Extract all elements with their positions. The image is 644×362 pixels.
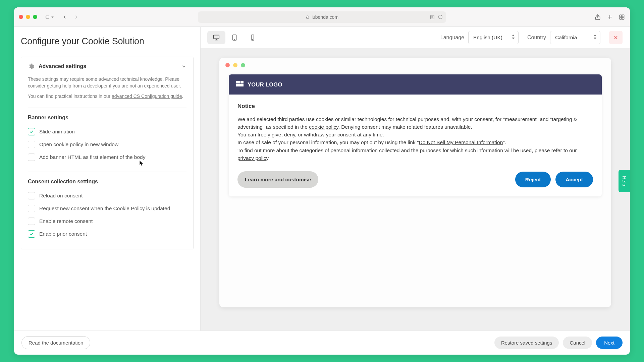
option-label: Request new consent when the Cookie Poli… xyxy=(39,205,170,212)
mock-close-icon xyxy=(225,63,230,67)
checkbox-empty-icon xyxy=(28,154,35,161)
share-icon[interactable] xyxy=(594,14,601,20)
option-reload-on-consent[interactable]: Reload on consent xyxy=(28,189,186,202)
option-enable-prior-consent[interactable]: Enable prior consent xyxy=(28,228,186,240)
window-controls xyxy=(19,15,37,19)
reader-icon[interactable] xyxy=(430,14,435,20)
country-value: California xyxy=(555,35,577,41)
checkbox-empty-icon xyxy=(28,192,35,199)
address-bar-host: iubenda.com xyxy=(312,14,338,20)
language-label: Language xyxy=(440,35,464,41)
lock-icon xyxy=(306,15,310,19)
mock-browser-window: YOUR LOGO Notice We and selected third p… xyxy=(219,58,611,307)
advanced-desc-line1: These settings may require some advanced… xyxy=(28,76,186,89)
option-label: Slide animation xyxy=(39,128,75,135)
preview-panel: Language English (UK) Country xyxy=(201,27,630,330)
svg-rect-0 xyxy=(46,16,49,18)
option-slide-animation[interactable]: Slide animation xyxy=(28,125,186,138)
svg-rect-11 xyxy=(620,17,622,19)
mock-zoom-icon xyxy=(241,63,245,67)
checkbox-empty-icon xyxy=(28,205,35,212)
checkbox-empty-icon xyxy=(28,218,35,225)
country-select[interactable]: California xyxy=(550,31,600,44)
option-banner-first-element[interactable]: Add banner HTML as first element of the … xyxy=(28,151,186,164)
advanced-desc-line2: You can find practical instructions in o… xyxy=(28,93,186,100)
address-bar[interactable]: iubenda.com xyxy=(198,11,446,23)
cookie-policy-link[interactable]: cookie policy xyxy=(309,124,338,130)
divider xyxy=(28,108,186,108)
close-preview-button[interactable] xyxy=(609,31,623,44)
nav-back-button[interactable] xyxy=(60,12,69,22)
svg-rect-10 xyxy=(622,15,624,17)
advanced-guide-link[interactable]: advanced CS Configuration guide xyxy=(112,94,182,99)
notice-title: Notice xyxy=(237,102,593,111)
help-tab[interactable]: Help xyxy=(619,170,630,192)
reload-icon[interactable] xyxy=(438,14,443,19)
mock-minimize-icon xyxy=(233,63,237,67)
device-mobile-button[interactable] xyxy=(244,31,262,44)
option-label: Reload on consent xyxy=(39,192,83,199)
device-desktop-button[interactable] xyxy=(207,31,225,44)
language-select[interactable]: English (UK) xyxy=(468,31,519,44)
divider xyxy=(28,172,186,172)
window-zoom-icon[interactable] xyxy=(33,15,37,19)
svg-rect-24 xyxy=(236,84,244,86)
nav-forward-button[interactable] xyxy=(71,12,81,22)
option-open-new-window[interactable]: Open cookie policy in new window xyxy=(28,138,186,151)
window-minimize-icon[interactable] xyxy=(26,15,30,19)
checkbox-checked-icon xyxy=(28,230,35,238)
option-label: Enable prior consent xyxy=(39,230,87,238)
cookie-banner: YOUR LOGO Notice We and selected third p… xyxy=(229,74,602,196)
new-tab-icon[interactable] xyxy=(606,14,613,20)
advanced-settings-description: These settings may require some advanced… xyxy=(28,76,186,100)
preview-toolbar: Language English (UK) Country xyxy=(201,27,630,48)
option-label: Add banner HTML as first element of the … xyxy=(39,154,145,161)
option-request-new-consent[interactable]: Request new consent when the Cookie Poli… xyxy=(28,202,186,215)
browser-chrome: iubenda.com xyxy=(14,7,630,27)
checkbox-checked-icon xyxy=(28,128,35,135)
banner-header: YOUR LOGO xyxy=(229,74,602,95)
logo-icon xyxy=(236,81,244,88)
svg-rect-3 xyxy=(431,15,434,19)
tab-overview-icon[interactable] xyxy=(619,14,625,20)
option-enable-remote-consent[interactable]: Enable remote consent xyxy=(28,215,186,228)
dropdown-caret-icon xyxy=(593,35,597,41)
app-root: Configure your Cookie Solution Advanced … xyxy=(14,27,630,355)
banner-body: Notice We and selected third parties use… xyxy=(229,95,602,196)
restore-settings-button[interactable]: Restore saved settings xyxy=(494,337,559,349)
country-label: Country xyxy=(527,35,546,41)
privacy-policy-link[interactable]: privacy policy xyxy=(237,155,268,161)
footer-bar: Read the documentation Restore saved set… xyxy=(14,330,630,355)
mock-window-controls xyxy=(219,58,611,72)
gear-icon xyxy=(28,63,35,70)
reject-button[interactable]: Reject xyxy=(515,172,551,187)
advanced-settings-card: Advanced settings These settings may req… xyxy=(21,57,194,249)
consent-settings-title: Consent collection settings xyxy=(28,179,186,185)
next-button[interactable]: Next xyxy=(596,337,623,349)
svg-rect-9 xyxy=(620,15,622,17)
notice-paragraph: In case of sale of your personal informa… xyxy=(237,138,593,146)
checkbox-empty-icon xyxy=(28,141,35,148)
advanced-settings-toggle[interactable]: Advanced settings xyxy=(28,63,186,70)
country-selector: Country California xyxy=(527,31,600,44)
dropdown-caret-icon xyxy=(512,35,515,41)
option-label: Enable remote consent xyxy=(39,218,93,225)
svg-rect-13 xyxy=(214,35,219,39)
accept-button[interactable]: Accept xyxy=(555,172,593,187)
learn-more-button[interactable]: Learn more and customise xyxy=(237,171,318,188)
device-tablet-button[interactable] xyxy=(225,31,244,44)
notice-paragraph: You can freely give, deny, or withdraw y… xyxy=(237,131,593,138)
read-docs-button[interactable]: Read the documentation xyxy=(21,336,90,349)
svg-rect-23 xyxy=(241,81,244,83)
svg-point-19 xyxy=(252,39,253,40)
do-not-sell-link[interactable]: Do Not Sell My Personal Information xyxy=(419,139,503,145)
chevron-down-icon xyxy=(181,64,186,69)
language-value: English (UK) xyxy=(473,35,502,41)
preview-canvas: YOUR LOGO Notice We and selected third p… xyxy=(201,48,630,330)
advanced-settings-label: Advanced settings xyxy=(39,63,177,69)
window-close-icon[interactable] xyxy=(19,15,23,19)
banner-actions: Learn more and customise Reject Accept xyxy=(237,171,593,188)
sidebar-toggle-button[interactable] xyxy=(45,12,55,22)
cancel-button[interactable]: Cancel xyxy=(563,337,592,349)
device-toggle xyxy=(207,31,262,44)
